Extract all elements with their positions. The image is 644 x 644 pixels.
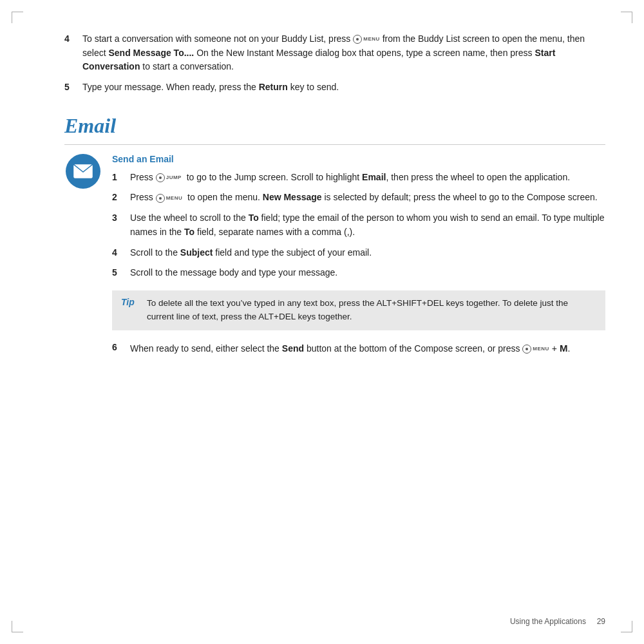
- return-bold: Return: [259, 82, 288, 92]
- to-bold-1: To: [249, 213, 259, 223]
- m-bold: M: [560, 343, 568, 354]
- email-step-row-4: 4 Scroll to the Subject field and type t…: [112, 246, 605, 260]
- new-message-bold: New Message: [263, 192, 322, 202]
- email-bold-1: Email: [362, 172, 386, 182]
- page-content: 4 To start a conversation with someone n…: [64, 32, 605, 612]
- footer-page: 29: [597, 617, 605, 626]
- email-step-text-5: Scroll to the message body and type your…: [130, 266, 337, 280]
- email-heading: Email: [64, 114, 605, 138]
- email-step-num-1: 1: [112, 171, 130, 185]
- email-step-num-5: 5: [112, 266, 130, 280]
- email-step-row-3: 3 Use the wheel to scroll to the To fiel…: [112, 211, 605, 239]
- email-icon-wrap: [64, 154, 102, 189]
- circle-icon-1: [353, 35, 362, 44]
- email-step-text-1: Press JUMP to go to the Jump screen. Scr…: [130, 171, 570, 185]
- send-email-heading: Send an Email: [112, 154, 605, 164]
- jump-icon: JUMP: [156, 173, 182, 182]
- circle-icon-6: [522, 345, 531, 354]
- send-message-bold: Send Message To....: [108, 48, 194, 58]
- email-step-text-4: Scroll to the Subject field and type the…: [130, 246, 372, 260]
- email-icon-circle: [66, 154, 100, 189]
- email-step-row-2: 2 Press MENU to open the menu. New Messa…: [112, 191, 605, 205]
- tip-text: To delete all the text you’ve typed in a…: [147, 297, 596, 324]
- email-step-text-2: Press MENU to open the menu. New Message…: [130, 191, 598, 205]
- corner-mark-tr: [621, 12, 632, 23]
- section-divider: [64, 144, 605, 145]
- corner-mark-bl: [12, 621, 23, 632]
- step-num-5: 5: [64, 80, 82, 95]
- menu-icon-1: MENU: [353, 35, 380, 44]
- step-num-4: 4: [64, 32, 82, 74]
- email-step-num-4: 4: [112, 246, 130, 260]
- email-step-num-6: 6: [112, 341, 130, 356]
- subject-bold: Subject: [180, 247, 213, 258]
- envelope-icon: [73, 164, 93, 178]
- menu-icon-2: MENU: [156, 194, 183, 203]
- email-step-row-6: 6 When ready to send, either select the …: [112, 341, 605, 356]
- page-footer: Using the Applications 29: [510, 617, 605, 626]
- step-row-5: 5 Type your message. When ready, press t…: [64, 80, 605, 95]
- tip-label: Tip: [121, 297, 139, 307]
- circle-icon-2: [156, 194, 165, 203]
- email-steps-content: Send an Email 1 Press JUMP to go to the …: [112, 154, 605, 363]
- email-step-row-5: 5 Scroll to the message body and type yo…: [112, 266, 605, 280]
- to-bold-2: To: [184, 227, 194, 237]
- step-text-5: Type your message. When ready, press the…: [82, 80, 339, 95]
- tip-section: Tip To delete all the text you’ve typed …: [112, 290, 605, 330]
- footer-text: Using the Applications: [510, 617, 586, 626]
- corner-mark-tl: [12, 12, 23, 23]
- circle-icon-jump: [156, 173, 165, 182]
- top-step-section: 4 To start a conversation with someone n…: [64, 32, 605, 95]
- corner-mark-br: [621, 621, 632, 632]
- menu-icon-6: MENU: [522, 345, 549, 354]
- email-step-num-2: 2: [112, 191, 130, 205]
- email-step-text-6: When ready to send, either select the Se…: [130, 341, 570, 356]
- email-step-text-3: Use the wheel to scroll to the To field;…: [130, 211, 605, 239]
- step-text-4: To start a conversation with someone not…: [82, 32, 605, 74]
- step-row-4: 4 To start a conversation with someone n…: [64, 32, 605, 74]
- email-step-row-1: 1 Press JUMP to go to the Jump screen. S…: [112, 171, 605, 185]
- email-step-num-3: 3: [112, 211, 130, 239]
- send-bold: Send: [282, 343, 304, 354]
- email-section: Send an Email 1 Press JUMP to go to the …: [64, 154, 605, 363]
